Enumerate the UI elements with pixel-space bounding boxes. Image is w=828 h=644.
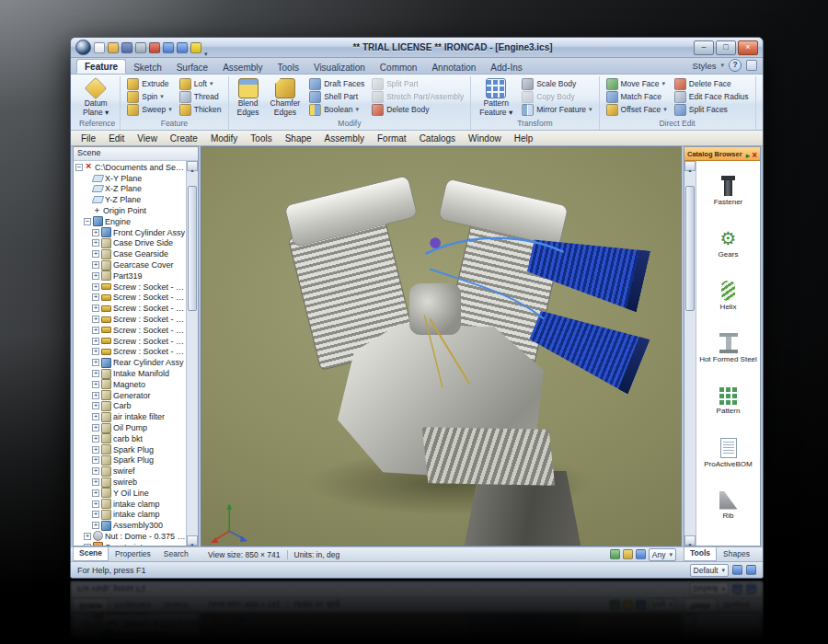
tree-item[interactable]: X-Y Plane xyxy=(74,173,186,184)
expander-icon[interactable]: + xyxy=(92,229,99,236)
scene-tab-scene[interactable]: Scene xyxy=(73,547,109,561)
stretch-part-assembly-button[interactable]: Stretch Part/Assembly xyxy=(370,90,466,103)
delete-face-button[interactable]: Delete Face xyxy=(673,77,751,90)
tree-item[interactable]: +Gearcase Cover xyxy=(74,259,186,270)
close-button[interactable]: × xyxy=(738,40,758,55)
shell-part-button[interactable]: Shell Part xyxy=(307,90,366,103)
extrude-button[interactable]: Extrude xyxy=(125,77,174,90)
tree-item[interactable]: −Engine xyxy=(74,216,186,227)
highlighter-icon[interactable] xyxy=(190,42,201,53)
expander-icon[interactable]: + xyxy=(92,381,99,388)
edit-face-radius-button[interactable]: Edit Face Radius xyxy=(673,90,751,103)
tree-item[interactable]: +Spark Plug xyxy=(74,455,186,466)
tree-item[interactable]: +intake clamp xyxy=(74,499,186,510)
menu-modify[interactable]: Modify xyxy=(204,132,244,144)
tree-item[interactable]: +Nut : Dome - 0.375 x 0.28 xyxy=(74,531,186,542)
catalog-item-hot-formed-steel[interactable]: Hot Formed Steel xyxy=(696,322,760,374)
draft-faces-button[interactable]: Draft Faces xyxy=(307,77,366,90)
render-style-dropdown[interactable]: Default xyxy=(690,564,729,577)
expander-icon[interactable]: + xyxy=(92,500,99,508)
menu-view[interactable]: View xyxy=(131,132,164,144)
blend-edges-button[interactable]: BlendEdges xyxy=(234,77,263,118)
offset-face-button[interactable]: Offset Face▾ xyxy=(604,103,669,116)
close-icon[interactable] xyxy=(752,145,757,162)
scroll-track[interactable] xyxy=(684,171,696,535)
expander-icon[interactable]: + xyxy=(84,544,91,546)
open-icon[interactable] xyxy=(108,42,119,53)
expander-icon[interactable]: + xyxy=(92,522,99,529)
expander-icon[interactable]: + xyxy=(92,293,99,301)
expander-icon[interactable]: + xyxy=(92,283,99,291)
save-icon[interactable] xyxy=(121,42,132,53)
tab-common[interactable]: Common xyxy=(373,61,425,74)
tree-item[interactable]: +carb bkt xyxy=(74,433,186,444)
tree-item[interactable]: +Rear Cylinder Assy xyxy=(74,357,186,368)
split-faces-button[interactable]: Split Faces xyxy=(673,103,751,116)
catalog-item-helix[interactable]: Helix xyxy=(696,270,760,322)
tree-item[interactable]: +Magneto xyxy=(74,379,186,390)
tab-tools[interactable]: Tools xyxy=(270,61,306,74)
tree-item[interactable]: +Carb xyxy=(74,401,186,412)
tab-sketch[interactable]: Sketch xyxy=(126,61,169,74)
expander-icon[interactable]: + xyxy=(92,370,99,377)
tree-item[interactable]: +Oil Pump xyxy=(74,422,186,433)
catalog-item-rib[interactable]: Rib xyxy=(696,479,760,532)
scroll-up-icon[interactable] xyxy=(684,161,696,171)
menu-window[interactable]: Window xyxy=(462,132,508,144)
expander-icon[interactable]: + xyxy=(92,467,99,475)
tab-add-ins[interactable]: Add-Ins xyxy=(483,61,529,74)
tree-item[interactable]: +Screw : Socket - 0.19 x 1.0 xyxy=(74,293,186,304)
catalog-item-fastener[interactable]: Fastener xyxy=(696,165,760,217)
menu-format[interactable]: Format xyxy=(371,132,413,144)
tree-item[interactable]: +Screw : Socket - 0.19 x 1.0 xyxy=(74,282,186,293)
undo-icon[interactable] xyxy=(163,42,174,53)
tree-item[interactable]: +Screw : Socket - 0.19 x 1.0 xyxy=(74,336,186,347)
expander-icon[interactable]: + xyxy=(92,327,99,334)
expander-icon[interactable]: + xyxy=(92,489,99,497)
copy-body-button[interactable]: Copy Body xyxy=(520,90,593,103)
split-part-button[interactable]: Split Part xyxy=(370,77,466,90)
expander-icon[interactable]: + xyxy=(92,359,99,366)
expander-icon[interactable]: − xyxy=(75,164,83,171)
new-icon[interactable] xyxy=(94,42,105,53)
tree-item[interactable]: +Y Oil Line xyxy=(74,488,186,499)
tab-visualization[interactable]: Visualization xyxy=(306,61,373,74)
status-icon[interactable] xyxy=(732,565,742,575)
tree-item[interactable]: +Assembly300 xyxy=(74,520,186,531)
expander-icon[interactable]: + xyxy=(92,239,99,247)
expander-icon[interactable]: + xyxy=(84,533,91,540)
tree-item[interactable]: +intake clamp xyxy=(74,510,186,521)
menu-file[interactable]: File xyxy=(75,132,102,144)
thread-button[interactable]: Thread xyxy=(178,90,224,103)
styles-dropdown[interactable]: Styles xyxy=(693,61,717,71)
scroll-thumb[interactable] xyxy=(188,186,197,312)
menu-edit[interactable]: Edit xyxy=(102,132,131,144)
match-face-button[interactable]: Match Face xyxy=(604,90,669,103)
scene-scrollbar[interactable] xyxy=(186,161,198,546)
tree-item[interactable]: +Screw : Socket - 0.19 x 1.0 xyxy=(74,314,186,325)
expander-icon[interactable]: + xyxy=(92,446,99,454)
expander-icon[interactable]: + xyxy=(92,402,99,409)
forward-icon[interactable] xyxy=(746,145,751,162)
catalog-header[interactable]: Catalog Browser xyxy=(684,147,760,161)
scene-tab-properties[interactable]: Properties xyxy=(109,547,157,561)
tree-item[interactable]: +Part319 xyxy=(74,270,186,282)
sweep-button[interactable]: Sweep▾ xyxy=(125,103,174,116)
catalog-item-pattern[interactable]: Pattern xyxy=(696,374,760,427)
print-icon[interactable] xyxy=(135,42,146,53)
tree-item[interactable]: +Screw : Socket - 0.19 x 1.0 xyxy=(74,325,186,336)
scroll-track[interactable] xyxy=(187,171,198,535)
tab-annotation[interactable]: Annotation xyxy=(424,61,483,74)
scroll-down-icon[interactable] xyxy=(684,535,696,546)
menu-catalogs[interactable]: Catalogs xyxy=(413,132,462,144)
tree-item[interactable]: +Front Cylinder Assy xyxy=(74,227,186,238)
ribbon-pin-icon[interactable] xyxy=(746,60,757,71)
move-face-button[interactable]: Move Face▾ xyxy=(604,77,669,90)
tree-item[interactable]: +Generator xyxy=(74,390,186,401)
expander-icon[interactable]: + xyxy=(92,511,99,518)
tree-item[interactable]: +Case Gearside xyxy=(74,248,186,259)
catalog-scrollbar[interactable] xyxy=(684,161,696,546)
boolean-button[interactable]: Boolean▾ xyxy=(307,103,366,116)
tree-item[interactable]: −C:\Documents and Settings\Tom Lehn xyxy=(74,162,186,173)
selection-filter-dropdown[interactable]: Any xyxy=(649,548,676,561)
